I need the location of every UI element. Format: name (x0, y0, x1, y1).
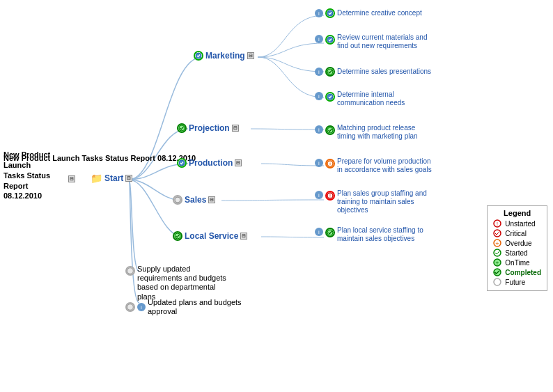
m1-status (325, 8, 335, 18)
legend-item-ontime: + OnTime (493, 258, 541, 267)
legend-unstarted-label: Unstarted (505, 220, 535, 228)
legend-box: Legend ! Unstarted Critical + Overdue St… (487, 205, 547, 291)
marketing-node: Marketing ⊟ (194, 51, 254, 61)
m3-node: i Determine sales presentations (315, 67, 431, 77)
legend-critical-label: Critical (505, 230, 527, 237)
start-expand[interactable]: ⊟ (125, 175, 132, 182)
title-line1: New Product (3, 150, 50, 160)
svg-point-15 (127, 268, 134, 274)
localservice-label: Local Service (185, 231, 238, 241)
ls1-node: i Plan local service staffing to maintai… (315, 226, 435, 243)
legend-completed-label: Completed (505, 269, 541, 276)
title-line4: Report (3, 181, 50, 191)
m4-node: i Determine internal communication needs (315, 91, 435, 107)
sales-label: Sales (185, 195, 206, 205)
legend-overdue-label: Overdue (505, 240, 531, 247)
m2-status (325, 35, 335, 45)
sales-node: Sales ⊟ (173, 195, 215, 205)
legend-item-future: Future (493, 278, 541, 286)
legend-item-started: Started (493, 249, 541, 257)
legend-ontime-label: OnTime (505, 259, 529, 267)
legend-item-unstarted: ! Unstarted (493, 219, 541, 228)
s1-status: ! (325, 191, 335, 201)
folder-icon: 📁 (91, 173, 102, 184)
pr1-status: + (325, 159, 335, 168)
title-expand[interactable]: ⊟ (68, 175, 75, 182)
m3-status (325, 67, 335, 77)
svg-text:!: ! (329, 194, 331, 198)
updated-label: Updated plans and budgets approval (148, 298, 245, 316)
updated-status-icon (125, 302, 135, 312)
projection-status-icon (177, 123, 187, 133)
legend-item-overdue: + Overdue (493, 239, 541, 247)
pr1-info: i (315, 159, 323, 167)
m3-info: i (315, 68, 323, 76)
production-expand[interactable]: ⊟ (235, 159, 242, 166)
m1-info: i (315, 9, 323, 17)
supply-node: Supply updated requirements and budgets … (125, 265, 235, 301)
m2-node: i Review current materials and find out … (315, 33, 435, 50)
m4-status (325, 92, 335, 102)
production-status-icon (177, 158, 187, 168)
marketing-label: Marketing (205, 51, 245, 61)
svg-point-22 (494, 249, 501, 256)
legend-future-label: Future (505, 279, 525, 286)
ls1-info: i (315, 228, 323, 236)
sales-status-icon (173, 195, 182, 205)
supply-status-icon (125, 266, 135, 276)
production-label: Production (189, 158, 233, 168)
m4-label: Determine internal communication needs (337, 91, 435, 107)
svg-point-10 (175, 197, 180, 203)
m1-label: Determine creative concept (337, 9, 422, 17)
report-title-block: New Product Launch Tasks Status Report 0… (3, 150, 50, 201)
m2-label: Review current materials and find out ne… (337, 33, 435, 50)
m2-info: i (315, 35, 323, 43)
s1-node: i ! Plan sales group staffing and traini… (315, 189, 435, 214)
start-node: 📁 Start ⊟ (91, 173, 132, 184)
svg-point-16 (127, 304, 134, 311)
legend-item-critical: Critical (493, 229, 541, 237)
s1-info: i (315, 191, 323, 199)
svg-point-26 (494, 279, 501, 285)
marketing-status-icon (194, 51, 203, 61)
updated-info: i (137, 303, 146, 311)
svg-text:+: + (496, 260, 499, 267)
p1-info: i (315, 125, 323, 134)
title-line3: Tasks Status (3, 171, 50, 181)
marketing-expand[interactable]: ⊟ (247, 52, 254, 59)
projection-label: Projection (189, 123, 230, 133)
title-line2: Launch (3, 160, 50, 171)
p1-label: Matching product release timing with mar… (337, 124, 435, 141)
projection-expand[interactable]: ⊟ (232, 125, 239, 132)
sales-expand[interactable]: ⊟ (208, 196, 215, 203)
ls1-status (325, 228, 335, 237)
svg-text:+: + (329, 162, 332, 166)
supply-label: Supply updated requirements and budgets … (137, 265, 235, 301)
pr1-node: i + Prepare for volume production in acc… (315, 157, 435, 174)
start-label: Start (104, 173, 123, 183)
s1-label: Plan sales group staffing and training t… (337, 189, 435, 214)
legend-started-label: Started (505, 249, 527, 257)
updated-node: i Updated plans and budgets approval (125, 298, 245, 316)
m4-info: i (315, 92, 323, 100)
pr1-label: Prepare for volume production in accorda… (337, 157, 435, 174)
svg-point-19 (494, 230, 501, 237)
legend-title: Legend (493, 209, 541, 217)
m1-node: i Determine creative concept (315, 8, 422, 18)
m3-label: Determine sales presentations (337, 68, 431, 76)
mindmap-container: New Product Launch Tasks Status Report 0… (0, 0, 553, 392)
projection-node: Projection ⊟ (177, 123, 239, 133)
svg-text:!: ! (497, 221, 498, 226)
p1-node: i Matching product release timing with m… (315, 124, 435, 141)
svg-text:+: + (496, 240, 499, 247)
production-node: Production ⊟ (177, 158, 242, 168)
ls-status-icon (173, 231, 182, 241)
p1-status (325, 125, 335, 135)
localservice-node: Local Service ⊟ (173, 231, 247, 241)
ls-expand[interactable]: ⊟ (240, 233, 247, 240)
ls1-label: Plan local service staffing to maintain … (337, 226, 435, 243)
connector-lines (0, 0, 553, 392)
legend-item-completed: Completed (493, 268, 541, 276)
title-line5: 08.12.2010 (3, 191, 50, 201)
